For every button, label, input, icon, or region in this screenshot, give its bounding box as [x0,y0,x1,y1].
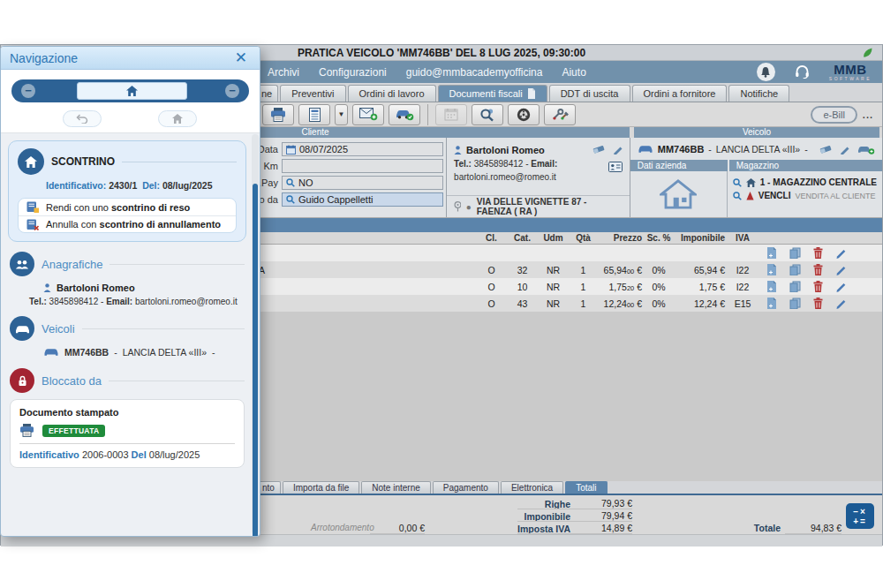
bullet-icon: ● [466,202,472,212]
veicolo-panel: MM746BB - LANCIA DELTA «III» - Dati azie… [630,138,882,217]
pencil-icon[interactable] [840,144,849,155]
slider-handle[interactable] [77,82,187,100]
row-edit-icon[interactable] [829,281,852,292]
menu-aiuto[interactable]: Aiuto [562,66,585,79]
row-copy-icon[interactable] [783,264,806,275]
eraser-icon[interactable] [592,144,605,155]
btab-pagamento[interactable]: Pagamento [433,481,499,494]
row-edit-icon[interactable] [829,247,852,259]
row-delete-icon[interactable] [806,281,829,292]
row-delete-icon[interactable] [806,247,829,259]
nav-content: SCONTRINO Identificativo: 2430/1 Del: 08… [1,134,252,536]
tab-ordini-a-fornitore[interactable]: Ordini a fornitore [632,85,728,102]
col-cl[interactable]: Cl. [476,233,507,243]
nav-scrollbar[interactable] [252,134,259,534]
action-scontrino-reso[interactable]: Rendi con uno scontrino di reso [19,199,236,215]
document-id: 2006-0003 [82,449,129,460]
col-udm[interactable]: Udm [538,233,569,243]
tab-ordini-di-lavoro[interactable]: Ordini di lavoro [348,85,436,102]
col-prezzo[interactable]: Prezzo [598,233,645,243]
report-dropdown-button[interactable]: ▼ [335,104,348,125]
veicolo-plate: MM746BB [658,144,705,155]
action-scontrino-annullamento[interactable]: Annulla con scontrino di annullamento [19,215,236,232]
eraser-icon[interactable] [819,144,832,155]
tab-documenti-fiscali[interactable]: Documenti fiscali [438,85,547,102]
car-icon [10,316,34,341]
col-cat[interactable]: Cat. [507,233,538,243]
ebill-button[interactable]: e-Bill [811,106,857,124]
nav-vehicle-plate: MM746BB [64,347,109,358]
more-button[interactable]: ... [863,109,873,120]
menu-archivi[interactable]: Archivi [268,66,299,79]
contact-card-icon[interactable] [608,162,623,172]
leaf-icon [862,47,873,58]
magazzino-band: Magazzino [729,160,882,171]
row-new-doc-icon[interactable] [760,264,783,275]
vehicle-confirm-button[interactable] [389,104,420,125]
col-qta[interactable]: Qtà [569,233,598,243]
btab-elettronica[interactable]: Elettronica [501,481,563,494]
row-new-doc-icon[interactable] [760,247,783,259]
close-icon[interactable]: ✕ [231,50,251,65]
nav-vehicle-row[interactable]: MM746BB - LANCIA DELTA «III» - [43,345,248,358]
lock-icon [10,368,34,393]
data-input[interactable]: 08/07/2025 [282,142,443,156]
document-id-row[interactable]: Identificativo 2006-0003 Del 08/lug/2025 [19,449,235,460]
menu-user[interactable]: guido@mmbacademyofficina [406,66,543,79]
row-delete-icon[interactable] [806,298,829,309]
causale-row[interactable]: VENCLI VENDITA AL CLIENTE [733,189,877,202]
row-copy-icon[interactable] [783,298,806,309]
cliente-email: bartoloni.romeo@romeo.it [454,172,623,183]
send-email-button[interactable] [352,104,384,125]
search-parts-button[interactable] [472,104,503,125]
tools-button[interactable] [544,104,576,125]
minus-right-icon[interactable]: − [225,84,239,98]
dati-azienda-band: Dati azienda [630,160,728,171]
car-icon [638,144,653,154]
row-new-doc-icon[interactable] [760,281,783,292]
row-copy-icon[interactable] [783,281,806,292]
edit-icon[interactable] [613,144,623,155]
tab-ddt-di-uscita[interactable]: DDT di uscita [549,85,630,102]
report-button[interactable] [298,104,330,125]
headset-icon[interactable] [795,65,810,79]
col-imponibile[interactable]: Imponibile [672,233,725,243]
km-input[interactable] [282,159,443,173]
row-edit-icon[interactable] [829,298,852,309]
navigazione-panel: Navigazione ✕ − − [0,46,260,537]
btab-totali[interactable]: Totali [565,481,607,494]
btab-importa-da-file[interactable]: Importa da file [283,481,359,494]
calendar-icon [286,145,296,155]
calendar-button [435,104,467,125]
tyres-button[interactable] [508,104,540,125]
tab-preventivi[interactable]: Preventivi [280,85,345,102]
row-new-doc-icon[interactable] [760,298,783,309]
tab-notifiche[interactable]: Notifiche [728,85,789,102]
bell-icon[interactable] [757,63,775,81]
soda-input[interactable]: Guido Cappelletti [282,192,443,207]
car-add-icon[interactable] [857,144,875,155]
col-iva[interactable]: IVA [725,233,760,243]
nav-scrollbar-thumb[interactable] [253,184,258,537]
minus-left-icon[interactable]: − [21,84,35,98]
back-button[interactable] [63,110,102,127]
calculator-button[interactable]: −×+= [846,503,874,529]
scontrino-id-row: Identificativo: 2430/1 Del: 08/lug/2025 [46,180,237,191]
history-slider[interactable]: − − [11,79,249,102]
row-edit-icon[interactable] [829,264,852,275]
print-button[interactable] [262,104,294,125]
pay-input[interactable]: NO [282,176,443,190]
menu-configurazioni[interactable]: Configurazioni [319,66,387,79]
nav-person-row[interactable]: Bartoloni Romeo [43,281,248,294]
col-sc[interactable]: Sc. % [645,233,672,243]
btab-note-interne[interactable]: Note interne [361,481,430,494]
magazzino-row[interactable]: 1 - MAGAZZINO CENTRALE [733,176,877,189]
document-date: 08/lug/2025 [149,449,200,460]
row-delete-icon[interactable] [806,264,829,275]
receipt-cancel-icon [26,219,39,230]
home-button[interactable] [158,110,197,127]
nav-controls: − − [1,70,260,133]
home-icon [18,148,44,175]
row-copy-icon[interactable] [783,247,806,259]
dati-azienda-cell[interactable] [630,171,728,217]
